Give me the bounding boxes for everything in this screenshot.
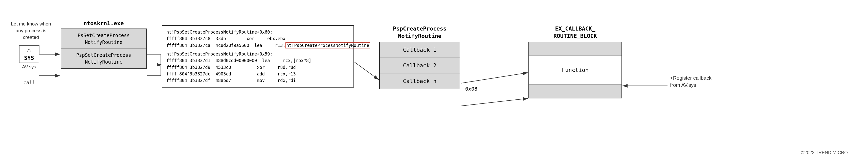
sys-badge: SYS	[24, 55, 34, 61]
ex-function-row: Function	[529, 56, 621, 85]
psp-set-row: PspSetCreateProcessNotifyRoutine	[61, 49, 146, 68]
warning-icon: ⚠	[27, 48, 32, 53]
offset-label: 0x08	[465, 86, 477, 92]
asm-line-2: fffff804`3b3827ca 4c8d20f9a5600 lea r13,…	[166, 42, 349, 49]
asm-line-1: fffff804`3b3827c8 33db xor ebx,ebx	[166, 35, 349, 42]
psp-container: PspCreateProcessNotifyRoutine Callback 1…	[379, 25, 460, 89]
asm-line-3: fffff804`3b3827d1 488d0cdd00000000 lea r…	[166, 57, 349, 64]
asm-highlight: nt!PspCreateProcessNotifyRoutine	[285, 42, 370, 48]
psp-callback-1: Callback 1	[380, 42, 460, 58]
av-sys-icon: ⚠ SYS	[19, 45, 39, 63]
psp-callback-2: Callback 2	[380, 58, 460, 73]
asm-code-box: nt!PspSetCreateProcessNotifyRoutine+0x60…	[162, 25, 354, 88]
svg-line-10	[461, 98, 528, 106]
ex-callback-title: EX_CALLBACK_ROUTINE_BLOCK	[528, 25, 622, 40]
ex-callback-container: EX_CALLBACK_ROUTINE_BLOCK Function	[528, 25, 622, 98]
svg-line-8	[354, 62, 379, 80]
ex-row-bottom	[529, 85, 621, 98]
svg-line-9	[461, 73, 528, 83]
asm-line-5: fffff804`3b3827dc 4903cd add rcx,r13	[166, 71, 349, 77]
ntoskrnl-container: ntoskrn1.exe PsSetCreateProcessNotifyRou…	[61, 20, 147, 69]
register-callback-label: +Register callbackfrom AV.sys	[670, 74, 741, 89]
ex-row-top	[529, 42, 621, 56]
call-label: call	[23, 79, 35, 86]
psp-box: Callback 1 Callback 2 Callback n	[379, 42, 460, 89]
asm-section2-label: nt!PspSetCreateProcessNotifyRoutine+0x59…	[166, 51, 349, 57]
copyright-label: ©2022 TREND MICRO	[801, 150, 848, 155]
psp-title: PspCreateProcessNotifyRoutine	[379, 25, 460, 40]
asm-line-4: fffff804`3b3827d9 4533c0 xor r8d,r8d	[166, 64, 349, 71]
ps-set-row: PsSetCreateProcessNotifyRoutine	[61, 29, 146, 49]
callout-text: Let me know whenany process iscreated	[8, 21, 54, 41]
ntoskrnl-title: ntoskrn1.exe	[61, 20, 147, 27]
ntoskrnl-box: PsSetCreateProcessNotifyRoutine PspSetCr…	[61, 29, 147, 69]
asm-line-6: fffff804`3b3827df 488bd7 mov rdx,rdi	[166, 77, 349, 84]
asm-section1-label: nt!PspSetCreateProcessNotifyRoutine+0x60…	[166, 29, 349, 35]
diagram-container: ⚠ SYS AV.sys Let me know whenany process…	[0, 0, 868, 163]
av-sys-component: ⚠ SYS AV.sys	[15, 45, 43, 70]
av-sys-label: AV.sys	[15, 64, 43, 70]
ex-callback-box: Function	[528, 42, 622, 98]
psp-callback-n: Callback n	[380, 73, 460, 89]
